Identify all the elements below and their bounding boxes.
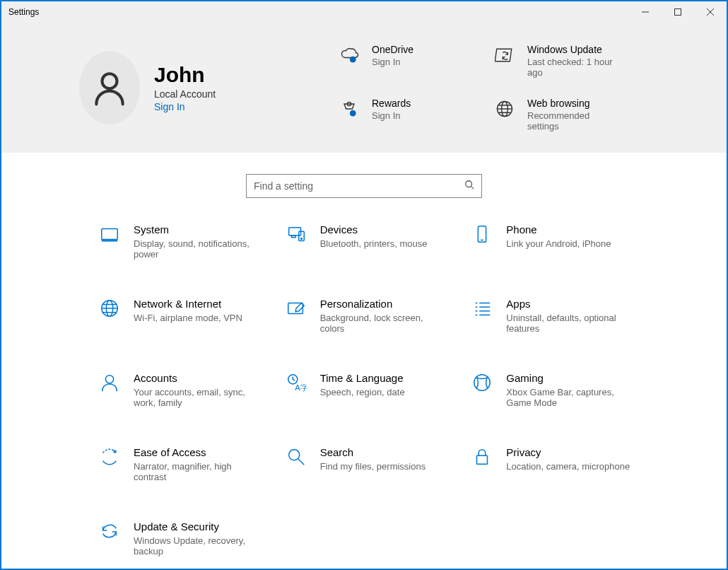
svg-point-5 bbox=[350, 57, 356, 63]
tile-update-sub: Last checked: 1 hour ago bbox=[527, 57, 619, 78]
tile-web-browsing[interactable]: Web browsing Recommended settings bbox=[493, 98, 649, 132]
devices-icon bbox=[283, 223, 309, 249]
category-system[interactable]: System Display, sound, notifications, po… bbox=[97, 223, 269, 260]
svg-point-34 bbox=[105, 376, 113, 383]
time-icon: A字 bbox=[283, 372, 309, 397]
svg-text:A字: A字 bbox=[295, 383, 307, 392]
network-icon bbox=[97, 298, 122, 323]
category-network[interactable]: Network & Internet Wi-Fi, airplane mode,… bbox=[97, 298, 269, 334]
svg-rect-40 bbox=[477, 455, 488, 464]
system-icon bbox=[97, 223, 122, 249]
categories-grid: System Display, sound, notifications, po… bbox=[1, 216, 727, 570]
svg-rect-19 bbox=[291, 235, 295, 238]
user-icon bbox=[90, 68, 129, 107]
update-icon bbox=[493, 44, 516, 66]
signin-link[interactable]: Sign In bbox=[154, 101, 281, 112]
category-sub: Wi-Fi, airplane mode, VPN bbox=[134, 313, 242, 323]
rewards-icon bbox=[338, 98, 360, 120]
user-account-type: Local Account bbox=[154, 88, 281, 100]
user-block: John Local Account Sign In bbox=[154, 63, 281, 112]
search-input[interactable] bbox=[254, 180, 464, 192]
personalization-icon bbox=[283, 298, 309, 323]
category-title: System bbox=[134, 223, 261, 235]
category-phone[interactable]: Phone Link your Android, iPhone bbox=[469, 223, 642, 260]
category-sub: Link your Android, iPhone bbox=[506, 238, 611, 249]
search-box[interactable] bbox=[246, 174, 482, 198]
search-icon bbox=[464, 180, 474, 192]
apps-icon bbox=[469, 298, 495, 323]
svg-point-18 bbox=[300, 238, 302, 240]
category-accounts[interactable]: Accounts Your accounts, email, sync, wor… bbox=[97, 372, 269, 408]
phone-icon bbox=[469, 223, 495, 249]
ease-icon bbox=[97, 446, 122, 472]
category-title: Personalization bbox=[320, 298, 447, 310]
avatar[interactable] bbox=[79, 51, 140, 124]
onedrive-icon bbox=[338, 44, 360, 66]
category-title: Network & Internet bbox=[134, 298, 242, 310]
tile-web-title: Web browsing bbox=[527, 98, 619, 109]
category-sub: Bluetooth, printers, mouse bbox=[320, 238, 428, 249]
minimize-button[interactable] bbox=[629, 1, 662, 23]
svg-point-12 bbox=[466, 181, 472, 187]
search-category-icon bbox=[283, 446, 309, 472]
tile-rewards-title: Rewards bbox=[372, 98, 411, 109]
category-title: Time & Language bbox=[320, 372, 405, 384]
category-time[interactable]: A字 Time & Language Speech, region, date bbox=[283, 372, 456, 408]
window-title: Settings bbox=[8, 7, 629, 17]
tile-update-title: Windows Update bbox=[527, 44, 619, 55]
category-gaming[interactable]: Gaming Xbox Game Bar, captures, Game Mod… bbox=[469, 372, 642, 408]
svg-point-38 bbox=[288, 450, 299, 460]
category-apps[interactable]: Apps Uninstall, defaults, optional featu… bbox=[469, 298, 642, 334]
svg-rect-1 bbox=[675, 9, 681, 16]
svg-point-8 bbox=[350, 110, 356, 117]
search-row bbox=[1, 153, 727, 216]
close-button[interactable] bbox=[694, 1, 727, 23]
svg-line-39 bbox=[298, 459, 303, 465]
category-update[interactable]: Update & Security Windows Update, recove… bbox=[97, 520, 269, 557]
header: John Local Account Sign In OneDrive Sign… bbox=[1, 23, 727, 153]
category-title: Privacy bbox=[506, 446, 630, 458]
category-title: Ease of Access bbox=[134, 446, 261, 458]
category-sub: Your accounts, email, sync, work, family bbox=[134, 387, 261, 408]
category-title: Update & Security bbox=[134, 520, 261, 533]
category-sub: Windows Update, recovery, backup bbox=[134, 535, 261, 557]
svg-point-4 bbox=[102, 74, 117, 88]
accounts-icon bbox=[97, 372, 122, 397]
tile-onedrive-sub: Sign In bbox=[372, 57, 413, 67]
category-sub: Location, camera, microphone bbox=[506, 461, 630, 472]
category-sub: Speech, region, date bbox=[320, 387, 405, 397]
privacy-icon bbox=[469, 446, 495, 472]
globe-icon bbox=[493, 98, 516, 120]
tile-web-sub: Recommended settings bbox=[527, 110, 619, 132]
update-security-icon bbox=[97, 520, 122, 546]
category-sub: Xbox Game Bar, captures, Game Mode bbox=[506, 387, 633, 408]
category-sub: Background, lock screen, colors bbox=[320, 313, 447, 334]
header-tiles: OneDrive Sign In Windows Update Last che… bbox=[338, 44, 649, 132]
category-sub: Display, sound, notifications, power bbox=[134, 238, 261, 260]
tile-onedrive[interactable]: OneDrive Sign In bbox=[338, 44, 493, 78]
tile-rewards-sub: Sign In bbox=[372, 110, 411, 121]
svg-point-37 bbox=[474, 375, 491, 391]
category-title: Gaming bbox=[506, 372, 633, 384]
category-ease[interactable]: Ease of Access Narrator, magnifier, high… bbox=[97, 446, 269, 482]
category-devices[interactable]: Devices Bluetooth, printers, mouse bbox=[283, 223, 456, 260]
window-controls bbox=[629, 1, 727, 23]
category-privacy[interactable]: Privacy Location, camera, microphone bbox=[469, 446, 642, 482]
category-sub: Find my files, permissions bbox=[320, 461, 426, 472]
tile-windows-update[interactable]: Windows Update Last checked: 1 hour ago bbox=[493, 44, 649, 78]
maximize-button[interactable] bbox=[662, 1, 694, 23]
category-title: Accounts bbox=[134, 372, 261, 384]
tile-rewards[interactable]: Rewards Sign In bbox=[338, 98, 493, 132]
category-personalization[interactable]: Personalization Background, lock screen,… bbox=[283, 298, 456, 334]
category-sub: Uninstall, defaults, optional features bbox=[506, 313, 633, 334]
svg-line-13 bbox=[471, 187, 474, 190]
svg-rect-14 bbox=[102, 229, 118, 240]
category-title: Search bbox=[320, 446, 426, 458]
category-title: Devices bbox=[320, 223, 428, 235]
category-sub: Narrator, magnifier, high contrast bbox=[134, 461, 261, 482]
category-search[interactable]: Search Find my files, permissions bbox=[283, 446, 456, 482]
gaming-icon bbox=[469, 372, 495, 397]
tile-onedrive-title: OneDrive bbox=[372, 44, 413, 55]
titlebar: Settings bbox=[1, 1, 727, 23]
user-name: John bbox=[154, 63, 281, 87]
